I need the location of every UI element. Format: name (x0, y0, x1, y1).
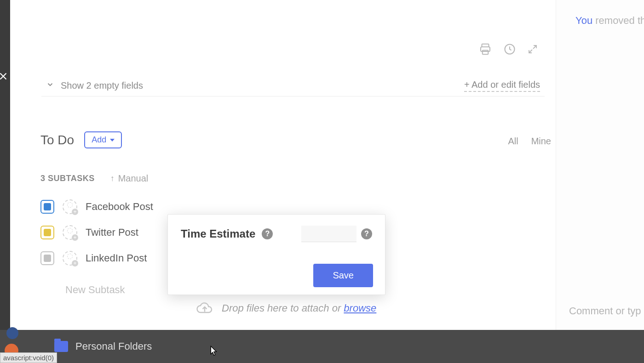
subtask-name: LinkedIn Post (86, 252, 147, 264)
browser-status-tooltip: avascript:void(0) (0, 352, 57, 363)
subtask-name: Facebook Post (86, 201, 153, 213)
drop-text: Drop files here to attach or (222, 302, 344, 314)
chevron-down-icon (46, 80, 54, 91)
help-icon[interactable]: ? (361, 228, 372, 239)
add-edit-fields-link[interactable]: + Add or edit fields (464, 79, 540, 92)
cursor-icon (210, 346, 218, 359)
subtask-row[interactable]: + Facebook Post (40, 199, 153, 214)
filter-all[interactable]: All (508, 136, 518, 147)
subtasks-count: 3 SUBTASKS (40, 174, 95, 183)
subtask-list: + Facebook Post + Twitter Post + LinkedI… (40, 199, 153, 266)
folder-label[interactable]: Personal Folders (75, 340, 152, 352)
svg-rect-2 (483, 51, 489, 55)
sort-label: Manual (118, 173, 149, 184)
comment-input[interactable]: Comment or typ (569, 305, 641, 317)
subtask-filter-group: All Mine (508, 136, 551, 147)
time-estimate-label: Time Estimate (181, 227, 255, 240)
browse-link[interactable]: browse (344, 302, 376, 314)
subtasks-header: 3 SUBTASKS ↑ Manual (40, 173, 148, 184)
filter-mine[interactable]: Mine (531, 136, 551, 147)
subtask-row[interactable]: + Twitter Post (40, 225, 153, 240)
show-empty-fields-toggle[interactable]: Show 2 empty fields (46, 80, 143, 91)
attachment-drop-zone[interactable]: Drop files here to attach or browse (196, 301, 376, 315)
arrow-up-icon: ↑ (110, 174, 115, 183)
avatar-bubble (6, 327, 18, 339)
help-icon[interactable]: ? (262, 228, 273, 239)
close-icon[interactable] (0, 68, 9, 86)
top-action-bar (478, 42, 538, 56)
add-button[interactable]: Add (84, 131, 122, 148)
assignee-add-icon[interactable]: + (63, 251, 77, 266)
assignee-add-icon[interactable]: + (63, 225, 77, 240)
left-sidebar (0, 0, 10, 330)
folder-icon (54, 341, 68, 352)
subtask-name: Twitter Post (86, 227, 138, 238)
sort-toggle[interactable]: ↑ Manual (110, 173, 149, 184)
empty-fields-label: Show 2 empty fields (61, 80, 143, 91)
custom-fields-toggle: Show 2 empty fields + Add or edit fields (41, 75, 545, 96)
print-icon[interactable] (478, 42, 492, 56)
time-estimate-popover: Time Estimate ? ? Save (167, 214, 385, 295)
activity-panel: You removed th Comment or typ (556, 0, 644, 330)
main-task-panel: Show 2 empty fields + Add or edit fields… (10, 0, 556, 330)
dropdown-caret-icon (110, 139, 115, 142)
section-title: To Do (40, 133, 74, 147)
subtask-row[interactable]: + LinkedIn Post (40, 251, 153, 266)
history-icon[interactable] (503, 43, 516, 56)
save-button[interactable]: Save (313, 264, 373, 287)
activity-entry: You removed th (575, 15, 644, 27)
bottom-bar: Personal Folders (0, 330, 644, 363)
status-checkbox[interactable] (40, 200, 54, 214)
status-checkbox[interactable] (40, 226, 54, 239)
time-estimate-input[interactable] (301, 226, 356, 242)
activity-user: You (575, 15, 592, 26)
expand-icon[interactable] (527, 44, 538, 55)
new-subtask-input[interactable]: New Subtask (65, 284, 125, 296)
activity-action: removed th (592, 15, 644, 26)
cloud-upload-icon (196, 301, 213, 315)
status-checkbox[interactable] (40, 251, 54, 265)
assignee-add-icon[interactable]: + (63, 199, 77, 214)
add-button-label: Add (92, 135, 106, 145)
section-header: To Do Add (40, 131, 122, 148)
